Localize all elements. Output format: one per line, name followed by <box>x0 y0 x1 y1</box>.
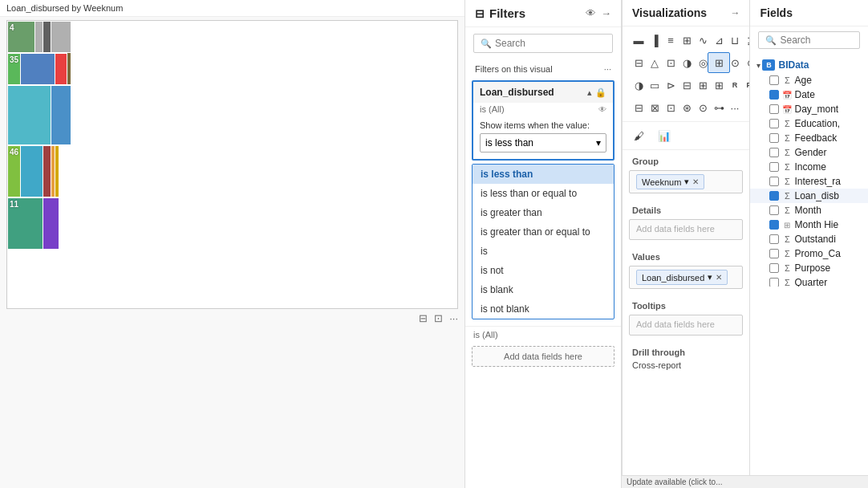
viz-format-icon[interactable]: 🖌 <box>627 125 650 146</box>
field-type-education: Σ <box>782 119 792 128</box>
field-item-month-hierarchy[interactable]: ⊞ Month Hie <box>750 218 868 232</box>
treemap-cell[interactable] <box>7 85 51 145</box>
field-type-purpose: Σ <box>782 263 792 273</box>
field-item-income[interactable]: Σ Income <box>750 160 868 174</box>
filters-on-visual-label: Filters on this visual ··· <box>465 59 621 77</box>
viz-filled-map[interactable]: ⊗ <box>740 52 750 73</box>
filters-expand-icon[interactable]: → <box>601 7 611 19</box>
field-checkbox-month[interactable] <box>769 205 779 215</box>
field-label-income: Income <box>794 161 825 173</box>
filters-panel: ⊟ Filters 👁 → 🔍 Filters on this visual ·… <box>465 0 622 488</box>
field-item-gender[interactable]: Σ Gender <box>750 145 868 160</box>
dropdown-item-is[interactable]: is <box>473 242 614 261</box>
field-label-gender: Gender <box>794 147 826 158</box>
field-item-date[interactable]: 📅 Date <box>750 87 868 102</box>
viz-more[interactable]: ··· <box>724 97 746 118</box>
dropdown-item-is-greater-than-equal[interactable]: is greater than or equal to <box>473 222 614 242</box>
field-item-promo[interactable]: Σ Promo_Ca <box>750 246 868 261</box>
field-label-outstanding: Outstandi <box>794 234 835 245</box>
field-type-loan-disbursed: Σ <box>782 191 792 201</box>
filter-card-body: Show items when the value: is less than … <box>473 117 613 159</box>
field-item-purpose[interactable]: Σ Purpose <box>750 261 868 275</box>
field-item-education[interactable]: Σ Education, <box>750 116 868 131</box>
field-checkbox-interest[interactable] <box>769 177 779 186</box>
field-label-quarter: Quarter <box>794 277 827 287</box>
viz-values-field-area[interactable]: Loan_disbursed ▾ ✕ <box>629 266 743 289</box>
viz-details-field-area[interactable]: Add data fields here <box>629 219 743 240</box>
treemap-cell[interactable]: 46 <box>7 145 21 197</box>
fields-list: ▾ B BIData Σ Age 📅 Date 📅 <box>750 54 868 287</box>
filter-show-items-label: Show items when the value: <box>480 120 606 130</box>
field-type-day-month: 📅 <box>782 105 792 114</box>
viz-values-section: Values Loan_disbursed ▾ ✕ <box>623 246 749 295</box>
field-checkbox-age[interactable] <box>769 75 779 85</box>
field-checkbox-outstanding[interactable] <box>769 234 779 244</box>
filter-condition-dropdown[interactable]: is less than ▾ <box>480 133 606 152</box>
field-label-date: Date <box>794 89 814 100</box>
viz-tooltips-field-area[interactable]: Add data fields here <box>629 315 743 336</box>
viz-format-row: 🖌 📊 <box>623 121 749 150</box>
field-checkbox-gender[interactable] <box>769 148 779 157</box>
field-checkbox-education[interactable] <box>769 119 779 128</box>
filter-card-lock-icon[interactable]: 🔒 <box>595 87 606 98</box>
field-checkbox-promo[interactable] <box>769 249 779 258</box>
dropdown-item-is-greater-than[interactable]: is greater than <box>473 203 614 222</box>
field-checkbox-quarter[interactable] <box>769 278 779 287</box>
field-item-quarter[interactable]: Σ Quarter <box>750 275 868 287</box>
dropdown-item-is-less-than[interactable]: is less than <box>473 165 614 184</box>
field-checkbox-month-hierarchy[interactable] <box>769 220 779 230</box>
filter-card-icons: ▴ 🔒 <box>587 87 606 98</box>
filters-header-actions: 👁 → <box>586 7 611 19</box>
field-item-age[interactable]: Σ Age <box>750 73 868 87</box>
field-checkbox-purpose[interactable] <box>769 263 779 273</box>
field-item-loan-disbursed[interactable]: Σ Loan_disb <box>750 189 868 203</box>
field-item-interest[interactable]: Σ Interest_ra <box>750 174 868 189</box>
filter-search-input[interactable] <box>495 38 606 49</box>
treemap-cell[interactable]: 4 <box>7 21 35 53</box>
filter-card-chevron-up[interactable]: ▴ <box>587 87 592 98</box>
dropdown-item-is-not[interactable]: is not <box>473 261 614 280</box>
filter-card-field-name: Loan_disbursed <box>480 87 554 98</box>
viz-header-expand-icon[interactable]: → <box>730 7 740 18</box>
field-item-month[interactable]: Σ Month <box>750 203 868 218</box>
viz-py[interactable]: Py <box>740 75 750 96</box>
field-label-education: Education, <box>794 118 840 129</box>
viz-values-chip-remove[interactable]: ✕ <box>716 273 722 282</box>
dropdown-item-is-less-than-equal[interactable]: is less than or equal to <box>473 184 614 203</box>
treemap-cell[interactable]: 11 <box>7 197 43 250</box>
field-checkbox-loan-disbursed[interactable] <box>769 191 779 201</box>
viz-values-chip-chevron[interactable]: ▾ <box>708 272 712 283</box>
fields-search-box: 🔍 <box>758 31 860 49</box>
field-checkbox-income[interactable] <box>769 162 779 172</box>
dropdown-item-is-not-blank[interactable]: is not blank <box>473 299 614 319</box>
field-checkbox-feedback[interactable] <box>769 133 779 143</box>
filter-card-eye-icon[interactable]: 👁 <box>598 105 606 114</box>
viz-analytics-icon[interactable]: 📊 <box>653 125 675 146</box>
field-checkbox-day-month[interactable] <box>769 104 779 114</box>
field-label-month-hierarchy: Month Hie <box>794 219 838 230</box>
viz-drill-through-section: Drill through Cross-report <box>623 341 749 375</box>
field-checkbox-date[interactable] <box>769 90 779 100</box>
fields-search-input[interactable] <box>780 35 853 46</box>
viz-details-section: Details Add data fields here <box>623 199 749 246</box>
filters-more-icon[interactable]: ··· <box>604 64 611 74</box>
viz-group-chip-remove[interactable]: ✕ <box>692 177 699 186</box>
fields-table-header[interactable]: ▾ B BIData <box>750 57 868 73</box>
field-item-day-month[interactable]: 📅 Day_mont <box>750 102 868 116</box>
filters-eye-icon[interactable]: 👁 <box>586 7 596 19</box>
focus-icon[interactable]: ⊡ <box>434 312 443 324</box>
filter-icon[interactable]: ⊟ <box>419 312 428 324</box>
viz-ribbon[interactable]: ⊒ <box>740 30 750 51</box>
more-options-icon[interactable]: ··· <box>449 312 458 324</box>
field-item-feedback[interactable]: Σ Feedback <box>750 131 868 145</box>
viz-group-chip-chevron[interactable]: ▾ <box>684 177 689 187</box>
filter-card-subtitle: is (All) 👁 <box>473 103 613 117</box>
dropdown-item-is-blank[interactable]: is blank <box>473 280 614 299</box>
treemap-cell[interactable]: 35 <box>7 53 21 85</box>
viz-group-field-area[interactable]: Weeknum ▾ ✕ <box>629 170 743 193</box>
field-item-outstanding[interactable]: Σ Outstandi <box>750 232 868 246</box>
filter-funnel-icon: ⊟ <box>475 7 485 20</box>
filters-header: ⊟ Filters 👁 → <box>465 0 621 27</box>
treemap-footer: ⊟ ⊡ ··· <box>0 309 464 327</box>
add-data-fields-button[interactable]: Add data fields here <box>472 346 614 367</box>
